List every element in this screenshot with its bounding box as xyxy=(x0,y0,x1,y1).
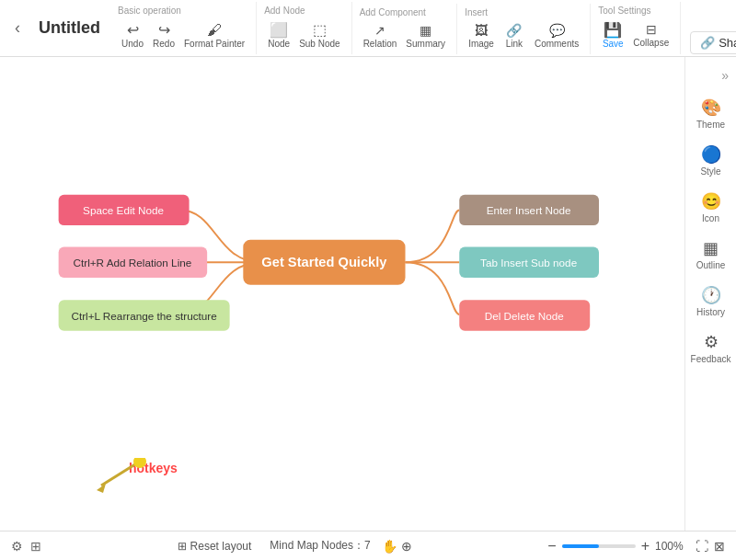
zoom-plus-button[interactable]: + xyxy=(641,538,650,554)
save-button[interactable]: 💾Save xyxy=(598,19,627,51)
comments-button[interactable]: 💬Comments xyxy=(531,21,582,51)
image-button[interactable]: 🖼Image xyxy=(465,21,498,51)
toolbar-group-add-component: Add Component ↗Relation ▦Summary xyxy=(352,4,458,54)
grid-icon[interactable]: ⊞ xyxy=(30,539,41,554)
sidebar-item-feedback[interactable]: ⚙ Feedback xyxy=(685,325,736,371)
reset-layout-icon: ⊞ xyxy=(178,540,187,553)
outline-icon: ▦ xyxy=(703,238,719,258)
icon-icon: 😊 xyxy=(701,191,721,211)
sidebar-label-style: Style xyxy=(700,166,720,177)
history-icon: 🕐 xyxy=(701,285,721,305)
toolbar-group-basic: Basic operation ↩Undo ↪Redo 🖌Format Pain… xyxy=(110,2,257,54)
svg-point-16 xyxy=(133,458,146,468)
link-button[interactable]: 🔗Link xyxy=(500,21,529,51)
collapse-button[interactable]: ⊟Collapse xyxy=(629,20,673,50)
header: ‹ Untitled Basic operation ↩Undo ↪Redo 🖌… xyxy=(0,0,736,57)
zoom-minus-button[interactable]: − xyxy=(547,538,556,554)
sidebar-item-style[interactable]: 🔵 Style xyxy=(685,137,736,184)
toolbar-group-add-node: Add Node ⬜Node ⬚Sub Node xyxy=(257,2,351,54)
group-label-insert: Insert xyxy=(465,7,488,17)
group-label-add-component: Add Component xyxy=(360,7,426,17)
svg-text:Get Started Quickly: Get Started Quickly xyxy=(261,255,387,269)
sidebar-label-outline: Outline xyxy=(696,260,726,270)
sidebar-label-theme: Theme xyxy=(696,120,725,130)
toolbar-group-tool-settings: Tool Settings 💾Save ⊟Collapse xyxy=(591,2,681,54)
toolbar-group-insert: Insert 🖼Image 🔗Link 💬Comments xyxy=(457,4,591,54)
svg-text:Ctrl+L Rearrange the structure: Ctrl+L Rearrange the structure xyxy=(71,310,216,322)
fullscreen-icon[interactable]: ⊠ xyxy=(714,539,725,554)
sidebar-label-feedback: Feedback xyxy=(691,354,731,364)
group-label-basic: Basic operation xyxy=(118,6,181,16)
fit-screen-icon[interactable]: ⛶ xyxy=(696,539,708,554)
hotkeys-arrow xyxy=(92,458,147,498)
svg-text:Del Delete Node: Del Delete Node xyxy=(485,310,564,322)
canvas[interactable]: Get Started Quickly Space Edit Node Ctrl… xyxy=(0,57,684,531)
bottom-mid: ⊞ Reset layout Mind Map Nodes：7 ✋ ⊕ xyxy=(52,538,536,554)
right-sidebar: » 🎨 Theme 🔵 Style 😊 Icon ▦ Outline 🕐 His… xyxy=(684,57,736,531)
group-label-add-node: Add Node xyxy=(264,6,305,16)
sidebar-collapse-button[interactable]: » xyxy=(685,64,736,90)
share-export-group: 🔗 Share ⬆ Export xyxy=(681,31,736,54)
sidebar-item-icon[interactable]: 😊 Icon xyxy=(685,184,736,231)
svg-text:Enter Insert Node: Enter Insert Node xyxy=(487,204,571,216)
sidebar-item-history[interactable]: 🕐 History xyxy=(685,278,736,325)
style-icon: 🔵 xyxy=(701,144,721,165)
svg-text:Space Edit Node: Space Edit Node xyxy=(83,204,164,216)
bottom-left: ⚙ ⊞ xyxy=(11,539,41,554)
svg-line-14 xyxy=(101,463,138,486)
toolbar: Basic operation ↩Undo ↪Redo 🖌Format Pain… xyxy=(110,2,736,54)
redo-button[interactable]: ↪Redo xyxy=(149,19,178,51)
svg-text:Tab Insert Sub node: Tab Insert Sub node xyxy=(480,257,577,269)
document-title: Untitled xyxy=(28,18,110,38)
settings-icon[interactable]: ⚙ xyxy=(11,539,23,554)
sidebar-item-outline[interactable]: ▦ Outline xyxy=(685,231,736,278)
sidebar-item-theme[interactable]: 🎨 Theme xyxy=(685,90,736,137)
share-icon: 🔗 xyxy=(700,36,715,50)
node-count-label: Mind Map Nodes：7 xyxy=(270,538,370,554)
format-painter-button[interactable]: 🖌Format Painter xyxy=(180,19,248,51)
zoom-percent-label: 100% xyxy=(655,540,690,553)
node-button[interactable]: ⬜Node xyxy=(264,19,293,51)
back-button[interactable]: ‹ xyxy=(7,15,28,41)
reset-layout-label[interactable]: Reset layout xyxy=(190,540,252,553)
share-button[interactable]: 🔗 Share xyxy=(690,31,736,54)
sub-node-button[interactable]: ⬚Sub Node xyxy=(295,19,343,51)
group-label-tool-settings: Tool Settings xyxy=(598,6,650,16)
hand-icon[interactable]: ✋ xyxy=(382,539,397,554)
summary-button[interactable]: ▦Summary xyxy=(402,21,449,51)
bottom-right: − + 100% ⛶ ⊠ xyxy=(547,538,725,554)
zoom-slider[interactable] xyxy=(562,544,636,548)
undo-button[interactable]: ↩Undo xyxy=(118,19,147,51)
svg-text:Ctrl+R Add Relation Line: Ctrl+R Add Relation Line xyxy=(73,257,191,269)
sidebar-label-history: History xyxy=(696,307,725,317)
bottom-bar: ⚙ ⊞ ⊞ Reset layout Mind Map Nodes：7 ✋ ⊕ … xyxy=(0,531,736,560)
add-icon[interactable]: ⊕ xyxy=(401,539,412,554)
feedback-icon: ⚙ xyxy=(704,332,719,352)
main-area: Get Started Quickly Space Edit Node Ctrl… xyxy=(0,57,736,531)
theme-icon: 🎨 xyxy=(701,97,721,118)
relation-button[interactable]: ↗Relation xyxy=(360,21,401,51)
sidebar-label-icon: Icon xyxy=(702,213,719,223)
